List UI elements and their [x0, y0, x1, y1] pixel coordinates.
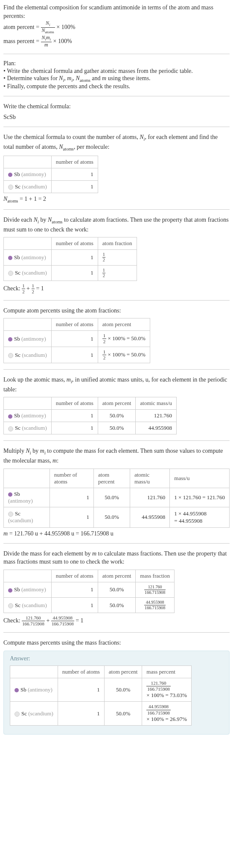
- plan-title: Plan:: [3, 60, 230, 67]
- color-swatch: [8, 256, 12, 260]
- color-swatch: [15, 712, 20, 717]
- table-header-row: number of atoms atom percent atomic mass…: [4, 397, 177, 410]
- divider: [3, 543, 230, 544]
- n-atoms-total: Natoms = 1 + 1 = 2: [3, 196, 230, 203]
- atom-count-table: number of atoms Sb (antimony) 1 Sc (scan…: [3, 156, 98, 193]
- divider: [3, 209, 230, 210]
- color-swatch: [8, 492, 12, 497]
- check-line: Check: 12 + 12 = 1: [3, 284, 230, 294]
- section-text: Look up the atomic mass, mi, in unified …: [3, 376, 230, 393]
- fraction: Ni Natoms: [41, 21, 55, 35]
- atom-fraction-table: number of atoms atom fraction Sb (antimo…: [3, 237, 137, 281]
- plan-item: • Determine values for Ni, mi, Natoms an…: [3, 75, 230, 83]
- col-number-of-atoms: number of atoms: [51, 156, 98, 168]
- table-row: Sb (antimony) 1 50.0% 121.760: [4, 410, 177, 422]
- divider: [3, 440, 230, 441]
- table-header-row: number of atoms atom percent atomic mass…: [4, 469, 230, 488]
- answer-label: Answer:: [10, 655, 223, 662]
- section-text: Divide each Ni by Natoms to calculate at…: [3, 216, 230, 234]
- divider: [3, 369, 230, 370]
- color-swatch: [8, 603, 13, 608]
- color-swatch: [15, 688, 19, 692]
- color-swatch: [8, 426, 13, 431]
- answer-box: Answer: number of atoms atom percent mas…: [3, 651, 230, 735]
- mass-fraction-table: number of atoms atom percent mass fracti…: [3, 570, 175, 613]
- answer-table: number of atoms atom percent mass percen…: [10, 665, 192, 726]
- table-row: Sb (antimony) 1 50.0% 121.760166.715908 …: [10, 678, 192, 702]
- color-swatch: [8, 173, 12, 177]
- section-text: Use the chemical formula to count the nu…: [3, 133, 230, 152]
- table-row: Sb (antimony) 1 50.0% 121.760166.715908: [4, 582, 175, 597]
- divider: [3, 96, 230, 96]
- table-header-row: number of atoms atom percent mass fracti…: [4, 570, 175, 582]
- atom-percent-table: number of atoms atom percent Sb (antimon…: [3, 318, 150, 363]
- color-swatch: [8, 271, 13, 276]
- table-header-row: number of atoms: [4, 156, 98, 168]
- table-row: Sb (antimony) 1 12 × 100% = 50.0%: [4, 331, 150, 347]
- m-total: m = 121.760 u + 44.955908 u = 166.715908…: [3, 530, 230, 537]
- divider: [3, 127, 230, 127]
- table-row: Sb (antimony) 1 50.0% 121.760 1 × 121.76…: [4, 488, 230, 507]
- table-row: Sc (scandium) 1 12: [4, 265, 137, 281]
- chemical-formula: ScSb: [3, 114, 230, 121]
- intro-block: Find the elemental composition for scand…: [3, 3, 230, 48]
- color-swatch: [8, 353, 13, 358]
- mass-table: number of atoms atom percent atomic mass…: [3, 469, 230, 528]
- section-text: Compute mass percents using the mass fra…: [3, 639, 230, 647]
- table-row: Sb (antimony) 1 12: [4, 250, 137, 265]
- table-row: Sc (scandium) 1 50.0% 44.955908166.71590…: [10, 702, 192, 726]
- table-row: Sc (scandium) 1 50.0% 44.955908166.71590…: [4, 598, 175, 613]
- mass-percent-formula: mass percent = Nimi m × 100%: [3, 35, 230, 48]
- check-line: Check: 121.760166.715908 + 44.955908166.…: [3, 616, 230, 626]
- divider: [3, 300, 230, 301]
- plan-block: Plan: • Write the chemical formula and g…: [3, 60, 230, 90]
- section-text: Compute atom percents using the atom fra…: [3, 307, 230, 315]
- color-swatch: [8, 185, 13, 190]
- table-header-row: number of atoms atom percent mass percen…: [10, 665, 192, 678]
- table-row: Sc (scandium) 1: [4, 181, 98, 193]
- plan-item: • Finally, compute the percents and chec…: [3, 83, 230, 90]
- plan-item: • Write the chemical formula and gather …: [3, 68, 230, 75]
- table-header-row: number of atoms atom fraction: [4, 237, 137, 250]
- table-row: Sc (scandium) 1 12 × 100% = 50.0%: [4, 347, 150, 363]
- intro-text: Find the elemental composition for scand…: [3, 3, 230, 20]
- fraction: Nimi m: [41, 35, 52, 48]
- atomic-mass-table: number of atoms atom percent atomic mass…: [3, 397, 177, 434]
- section-text: Multiply Ni by mi to compute the mass fo…: [3, 447, 230, 465]
- color-swatch: [8, 588, 12, 593]
- color-swatch: [8, 337, 12, 341]
- table-header-row: number of atoms atom percent: [4, 318, 150, 331]
- table-row: Sc (scandium) 1 50.0% 44.955908 1 × 44.9…: [4, 507, 230, 527]
- divider: [3, 632, 230, 633]
- divider: [3, 54, 230, 54]
- atom-percent-formula: atom percent = Ni Natoms × 100%: [3, 21, 230, 35]
- section-text: Divide the mass for each element by m to…: [3, 550, 230, 566]
- section-title: Write the chemical formula:: [3, 102, 230, 111]
- table-row: Sb (antimony) 1: [4, 168, 98, 181]
- color-swatch: [8, 414, 12, 419]
- table-row: Sc (scandium) 1 50.0% 44.955908: [4, 422, 177, 434]
- color-swatch: [8, 512, 13, 517]
